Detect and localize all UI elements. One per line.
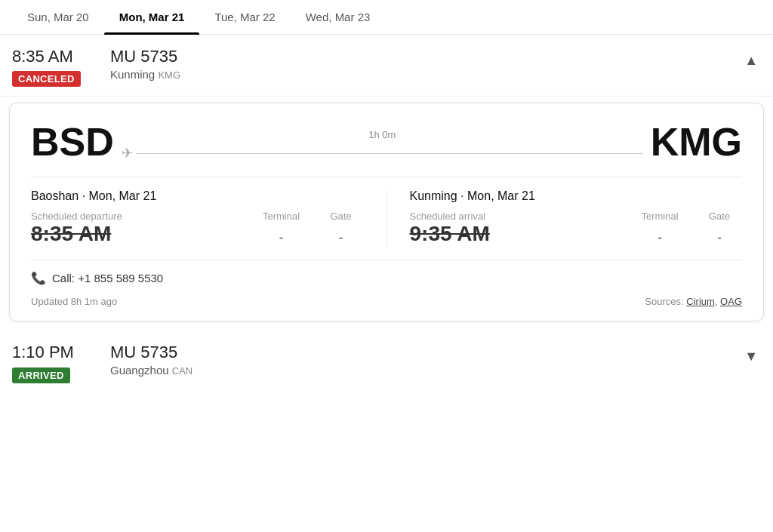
flight1-expand-icon[interactable]: ▲ (741, 50, 761, 72)
flight1-city-code: KMG (158, 69, 180, 81)
call-row: 📞 Call: +1 855 589 5530 (31, 260, 742, 285)
route-header: BSD 1h 0m ✈ KMG (31, 121, 742, 161)
flight1-time: 8:35 AM (12, 47, 110, 66)
date-nav-tue[interactable]: Tue, Mar 22 (199, 0, 290, 34)
origin-airport-code: BSD (31, 122, 114, 161)
origin-gate-label: Gate (319, 211, 364, 222)
date-nav-wed[interactable]: Wed, Mar 23 (291, 0, 386, 34)
flight1-number: MU 5735 (110, 47, 741, 66)
origin-col: Baoshan · Mon, Mar 21 Scheduled departur… (31, 189, 387, 246)
flight2-city: Guangzhou CAN (110, 364, 741, 377)
dest-airport-code: KMG (651, 122, 742, 161)
flight2-expand-icon[interactable]: ▼ (741, 346, 761, 367)
dest-scheduled-label: Scheduled arrival (410, 211, 624, 222)
sources: Sources: Cirium, OAG (645, 296, 742, 307)
flight2-row-header[interactable]: 1:10 PM ARRIVED MU 5735 Guangzhou CAN ▼ (0, 331, 773, 395)
dest-gate-label: Gate (697, 211, 742, 222)
route-details: Baoshan · Mon, Mar 21 Scheduled departur… (31, 177, 742, 246)
plane-icon: ✈ (122, 145, 133, 161)
origin-terminal-label: Terminal (248, 211, 316, 222)
route-line: ✈ (122, 145, 643, 161)
phone-icon: 📞 (31, 271, 46, 285)
dest-gate-value: - (697, 230, 742, 246)
origin-scheduled-label: Scheduled departure (31, 211, 245, 222)
flight2-status-badge: ARRIVED (12, 367, 70, 383)
updated-text: Updated 8h 1m ago (31, 296, 117, 307)
dest-time: 9:35 AM (410, 222, 624, 246)
route-duration: 1h 0m (368, 129, 396, 140)
call-label: Call: +1 855 589 5530 (52, 272, 163, 284)
origin-terminal-value: - (248, 230, 316, 246)
date-nav-mon[interactable]: Mon, Mar 21 (104, 0, 200, 34)
dest-terminal-value: - (626, 230, 694, 246)
flight1-city: Kunming KMG (110, 68, 741, 81)
flight1-detail-card: BSD 1h 0m ✈ KMG Baoshan · Mon, Mar 21 Sc… (9, 103, 764, 321)
flight2-number: MU 5735 (110, 343, 741, 362)
flight2-info: MU 5735 Guangzhou CAN (110, 343, 741, 377)
flight1-status-badge: CANCELED (12, 71, 81, 87)
dest-col: Kunming · Mon, Mar 21 Scheduled arrival … (387, 189, 743, 246)
route-middle: 1h 0m ✈ (122, 129, 643, 161)
source-oag[interactable]: OAG (720, 296, 742, 307)
origin-col-title: Baoshan · Mon, Mar 21 (31, 189, 364, 203)
source-cirium[interactable]: Cirium (686, 296, 715, 307)
flight1-info: MU 5735 Kunming KMG (110, 47, 741, 81)
card-footer: Updated 8h 1m ago Sources: Cirium, OAG (31, 296, 742, 307)
date-nav-sun[interactable]: Sun, Mar 20 (12, 0, 104, 34)
dest-terminal-label: Terminal (626, 211, 694, 222)
route-line-graphic (136, 153, 643, 154)
dest-col-title: Kunming · Mon, Mar 21 (410, 189, 743, 203)
flight2-time: 1:10 PM (12, 343, 110, 362)
flight2-city-code: CAN (172, 365, 192, 377)
date-navigation: Sun, Mar 20 Mon, Mar 21 Tue, Mar 22 Wed,… (0, 0, 773, 35)
flight1-row-header[interactable]: 8:35 AM CANCELED MU 5735 Kunming KMG ▲ (0, 35, 773, 97)
origin-gate-value: - (319, 230, 364, 246)
origin-time: 8:35 AM (31, 222, 245, 246)
